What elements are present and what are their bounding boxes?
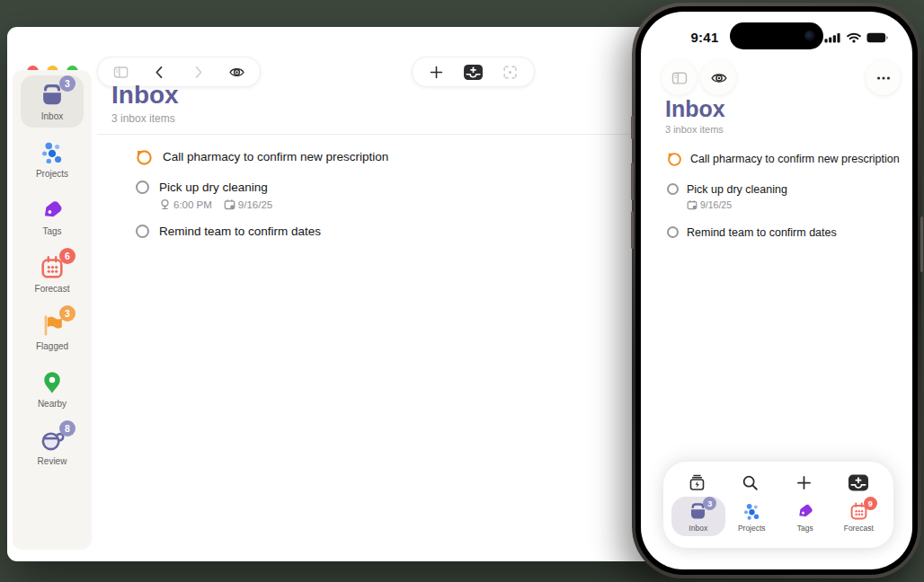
save-to-inbox-icon[interactable] bbox=[848, 473, 869, 492]
task-row[interactable]: Remind team to confirm dates bbox=[667, 225, 903, 239]
volume-down-button bbox=[631, 211, 634, 249]
task-list: Call pharmacy to confirm new prescriptio… bbox=[667, 152, 903, 254]
map-pin-icon bbox=[39, 369, 66, 396]
task-row[interactable]: Pick up dry cleaning 9/16/25 bbox=[667, 182, 903, 210]
quick-capture-icon[interactable] bbox=[688, 473, 706, 492]
task-title: Pick up dry cleaning bbox=[687, 182, 787, 196]
tab-forecast[interactable]: 9 Forecast bbox=[832, 497, 886, 536]
front-camera bbox=[804, 31, 815, 41]
sidebar-item-label: Flagged bbox=[36, 341, 68, 351]
projects-dots-icon bbox=[742, 501, 762, 522]
phone-bottom-bar: 3 Inbox Projects bbox=[663, 462, 893, 548]
due-date: 9/16/25 bbox=[700, 199, 732, 210]
tab-tags[interactable]: Tags bbox=[778, 497, 832, 536]
task-metadata: 6:00 PM 9/16/25 bbox=[159, 198, 272, 210]
sidebar-item-forecast[interactable]: 6 Forecast bbox=[21, 248, 84, 300]
task-title: Call pharmacy to confirm new prescriptio… bbox=[690, 152, 900, 165]
sidebar-item-flagged[interactable]: 3 Flagged bbox=[21, 305, 84, 357]
forecast-badge: 9 bbox=[864, 497, 877, 510]
phone-content-header: Inbox 3 inbox items bbox=[665, 96, 725, 135]
tab-label: Tags bbox=[797, 524, 813, 533]
sidebar-item-label: Nearby bbox=[38, 399, 67, 409]
due-date-chip: 9/16/25 bbox=[224, 198, 272, 210]
page-subtitle: 3 inbox items bbox=[665, 124, 725, 135]
task-metadata: 9/16/25 bbox=[687, 199, 787, 210]
tag-icon bbox=[795, 501, 815, 522]
wifi-icon bbox=[847, 32, 861, 43]
tab-label: Forecast bbox=[844, 524, 874, 533]
tab-label: Inbox bbox=[689, 524, 707, 533]
calendar-date-icon bbox=[224, 198, 235, 210]
phone-view-options-button[interactable] bbox=[701, 60, 736, 95]
tab-label: Projects bbox=[738, 524, 766, 533]
flagged-task-checkbox[interactable] bbox=[667, 152, 682, 167]
iphone-mockup: 9:41 Inbox 3 inbox items bbox=[632, 3, 921, 578]
task-checkbox[interactable] bbox=[136, 181, 149, 194]
task-checkbox[interactable] bbox=[667, 183, 679, 195]
task-title: Remind team to confirm dates bbox=[159, 224, 321, 238]
task-title: Pick up dry cleaning bbox=[159, 180, 272, 194]
due-time-chip: 6:00 PM bbox=[159, 198, 212, 210]
action-button bbox=[631, 116, 634, 139]
plus-icon[interactable] bbox=[795, 473, 813, 492]
phone-tab-bar: 3 Inbox Projects bbox=[663, 497, 893, 536]
forecast-badge: 6 bbox=[59, 248, 76, 264]
sidebar-item-inbox[interactable]: 3 Inbox bbox=[21, 75, 84, 128]
task-checkbox[interactable] bbox=[136, 225, 149, 238]
tab-projects[interactable]: Projects bbox=[725, 497, 779, 536]
sidebar-item-label: Projects bbox=[36, 169, 68, 179]
eye-icon bbox=[710, 69, 728, 87]
task-row[interactable]: Call pharmacy to confirm new prescriptio… bbox=[667, 152, 903, 167]
sidebar-item-review[interactable]: 8 Review bbox=[21, 420, 84, 472]
sidebar-toggle-icon bbox=[671, 69, 689, 87]
battery-icon bbox=[866, 32, 889, 43]
sidebar-item-nearby[interactable]: Nearby bbox=[21, 363, 84, 415]
ellipsis-icon bbox=[875, 69, 893, 87]
page-title: Inbox bbox=[665, 96, 725, 122]
tab-inbox[interactable]: 3 Inbox bbox=[671, 497, 725, 536]
sidebar-item-tags[interactable]: Tags bbox=[21, 190, 84, 242]
inbox-badge: 3 bbox=[59, 75, 76, 92]
calendar-date-icon bbox=[687, 199, 697, 210]
status-bar-icons bbox=[824, 32, 889, 43]
notification-bell-icon bbox=[159, 198, 171, 210]
phone-sidebar-toggle-button[interactable] bbox=[662, 60, 697, 95]
due-date: 9/16/25 bbox=[238, 199, 272, 210]
tag-icon bbox=[39, 197, 66, 224]
inbox-badge: 3 bbox=[703, 497, 716, 510]
flagged-task-checkbox[interactable] bbox=[136, 149, 153, 166]
review-badge: 8 bbox=[59, 420, 76, 436]
status-bar-time: 9:41 bbox=[673, 30, 736, 45]
sidebar-item-label: Inbox bbox=[41, 111, 63, 121]
sidebar-item-label: Review bbox=[38, 456, 67, 466]
sidebar-item-label: Forecast bbox=[35, 284, 70, 294]
volume-up-button bbox=[631, 163, 634, 200]
phone-bezel: 9:41 Inbox 3 inbox items bbox=[635, 6, 918, 575]
flagged-badge: 3 bbox=[59, 305, 76, 322]
due-date-chip: 9/16/25 bbox=[687, 199, 732, 210]
search-icon[interactable] bbox=[741, 473, 760, 492]
sidebar-item-projects[interactable]: Projects bbox=[21, 133, 84, 185]
mac-sidebar: 3 Inbox Projects Tags 6 bbox=[13, 70, 92, 550]
sidebar-item-label: Tags bbox=[42, 226, 61, 236]
task-checkbox[interactable] bbox=[667, 226, 679, 238]
screenshot-canvas: 3 Inbox Projects Tags 6 bbox=[0, 0, 924, 582]
projects-dots-icon bbox=[39, 139, 66, 166]
dynamic-island bbox=[730, 22, 823, 49]
due-time: 6:00 PM bbox=[173, 199, 212, 210]
task-title: Remind team to confirm dates bbox=[687, 225, 837, 239]
phone-more-button[interactable] bbox=[866, 60, 901, 95]
power-button bbox=[920, 216, 923, 272]
cellular-signal-icon bbox=[824, 32, 841, 43]
phone-screen: 9:41 Inbox 3 inbox items bbox=[641, 12, 912, 569]
phone-quick-actions bbox=[663, 462, 893, 492]
task-title: Call pharmacy to confirm new prescriptio… bbox=[163, 149, 388, 163]
